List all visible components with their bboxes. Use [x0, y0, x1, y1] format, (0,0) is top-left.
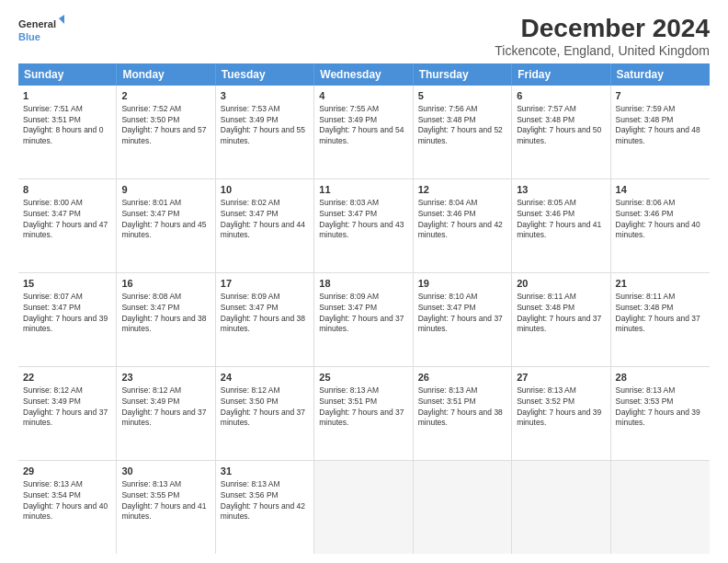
day-info: Sunrise: 8:12 AMSunset: 3:49 PMDaylight:… — [23, 385, 108, 427]
day-cell-31: 31 Sunrise: 8:13 AMSunset: 3:56 PMDaylig… — [216, 461, 314, 554]
day-info: Sunrise: 8:13 AMSunset: 3:52 PMDaylight:… — [517, 385, 601, 427]
empty-cell — [512, 461, 610, 554]
day-info: Sunrise: 8:11 AMSunset: 3:48 PMDaylight:… — [517, 292, 601, 333]
day-info: Sunrise: 8:09 AMSunset: 3:47 PMDaylight:… — [221, 292, 305, 333]
day-cell-19: 19 Sunrise: 8:10 AMSunset: 3:47 PMDaylig… — [414, 273, 512, 366]
logo: General Blue — [18, 15, 64, 48]
day-cell-2: 2 Sunrise: 7:52 AMSunset: 3:50 PMDayligh… — [117, 86, 215, 178]
day-cell-11: 11 Sunrise: 8:03 AMSunset: 3:47 PMDaylig… — [314, 179, 413, 272]
day-info: Sunrise: 8:04 AMSunset: 3:46 PMDaylight:… — [418, 198, 503, 239]
day-info: Sunrise: 7:53 AMSunset: 3:49 PMDaylight:… — [221, 104, 305, 145]
day-number: 10 — [221, 183, 309, 196]
day-cell-1: 1 Sunrise: 7:51 AMSunset: 3:51 PMDayligh… — [18, 86, 117, 178]
day-number: 9 — [121, 183, 210, 196]
day-info: Sunrise: 8:05 AMSunset: 3:46 PMDaylight:… — [517, 198, 601, 239]
day-cell-20: 20 Sunrise: 8:11 AMSunset: 3:48 PMDaylig… — [512, 273, 610, 366]
day-cell-8: 8 Sunrise: 8:00 AMSunset: 3:47 PMDayligh… — [18, 179, 117, 272]
day-number: 30 — [121, 465, 210, 477]
day-header-wednesday: Wednesday — [314, 63, 413, 86]
day-header-sunday: Sunday — [18, 63, 117, 86]
subtitle: Tickencote, England, United Kingdom — [495, 43, 710, 58]
day-number: 17 — [221, 277, 309, 290]
day-cell-22: 22 Sunrise: 8:12 AMSunset: 3:49 PMDaylig… — [18, 367, 117, 460]
day-cell-6: 6 Sunrise: 7:57 AMSunset: 3:48 PMDayligh… — [512, 86, 610, 178]
day-info: Sunrise: 8:13 AMSunset: 3:55 PMDaylight:… — [121, 479, 206, 521]
day-info: Sunrise: 8:02 AMSunset: 3:47 PMDaylight:… — [221, 198, 305, 239]
day-number: 26 — [418, 371, 506, 384]
page: General Blue December 2024 Tickencote, E… — [0, 0, 728, 563]
day-number: 28 — [616, 371, 705, 384]
day-number: 29 — [23, 465, 111, 477]
day-number: 6 — [517, 89, 605, 102]
day-info: Sunrise: 8:13 AMSunset: 3:56 PMDaylight:… — [221, 479, 305, 521]
day-info: Sunrise: 7:59 AMSunset: 3:48 PMDaylight:… — [616, 104, 700, 145]
day-info: Sunrise: 7:56 AMSunset: 3:48 PMDaylight:… — [418, 104, 503, 145]
day-cell-4: 4 Sunrise: 7:55 AMSunset: 3:49 PMDayligh… — [314, 86, 413, 178]
day-number: 23 — [121, 371, 210, 384]
day-cell-30: 30 Sunrise: 8:13 AMSunset: 3:55 PMDaylig… — [117, 461, 215, 554]
day-info: Sunrise: 7:55 AMSunset: 3:49 PMDaylight:… — [319, 104, 404, 145]
day-info: Sunrise: 8:06 AMSunset: 3:46 PMDaylight:… — [616, 198, 700, 239]
day-cell-21: 21 Sunrise: 8:11 AMSunset: 3:48 PMDaylig… — [611, 273, 710, 366]
empty-cell — [414, 461, 512, 554]
calendar-week-4: 22 Sunrise: 8:12 AMSunset: 3:49 PMDaylig… — [18, 367, 710, 461]
calendar-week-3: 15 Sunrise: 8:07 AMSunset: 3:47 PMDaylig… — [18, 273, 710, 367]
day-number: 27 — [517, 371, 605, 384]
empty-cell — [611, 461, 710, 554]
day-number: 5 — [418, 89, 506, 102]
day-number: 3 — [221, 89, 309, 102]
day-info: Sunrise: 8:13 AMSunset: 3:51 PMDaylight:… — [319, 385, 404, 427]
calendar-week-2: 8 Sunrise: 8:00 AMSunset: 3:47 PMDayligh… — [18, 179, 710, 273]
day-cell-13: 13 Sunrise: 8:05 AMSunset: 3:46 PMDaylig… — [512, 179, 610, 272]
day-info: Sunrise: 8:13 AMSunset: 3:51 PMDaylight:… — [418, 385, 503, 427]
calendar-week-1: 1 Sunrise: 7:51 AMSunset: 3:51 PMDayligh… — [18, 86, 710, 179]
day-number: 18 — [319, 277, 407, 290]
day-cell-9: 9 Sunrise: 8:01 AMSunset: 3:47 PMDayligh… — [117, 179, 215, 272]
day-header-monday: Monday — [117, 63, 215, 86]
day-number: 19 — [418, 277, 506, 290]
day-number: 12 — [418, 183, 506, 196]
day-header-saturday: Saturday — [611, 63, 710, 86]
day-number: 7 — [616, 89, 705, 102]
day-cell-15: 15 Sunrise: 8:07 AMSunset: 3:47 PMDaylig… — [18, 273, 117, 366]
calendar: SundayMondayTuesdayWednesdayThursdayFrid… — [18, 63, 710, 554]
day-info: Sunrise: 8:12 AMSunset: 3:50 PMDaylight:… — [221, 385, 305, 427]
day-info: Sunrise: 8:11 AMSunset: 3:48 PMDaylight:… — [616, 292, 700, 333]
day-info: Sunrise: 7:57 AMSunset: 3:48 PMDaylight:… — [517, 104, 601, 145]
day-cell-3: 3 Sunrise: 7:53 AMSunset: 3:49 PMDayligh… — [216, 86, 314, 178]
day-cell-7: 7 Sunrise: 7:59 AMSunset: 3:48 PMDayligh… — [611, 86, 710, 178]
day-number: 4 — [319, 89, 407, 102]
day-number: 16 — [121, 277, 210, 290]
svg-text:General: General — [18, 18, 56, 29]
logo-svg: General Blue — [18, 15, 64, 48]
day-number: 11 — [319, 183, 407, 196]
day-cell-26: 26 Sunrise: 8:13 AMSunset: 3:51 PMDaylig… — [414, 367, 512, 460]
day-cell-16: 16 Sunrise: 8:08 AMSunset: 3:47 PMDaylig… — [117, 273, 215, 366]
day-cell-18: 18 Sunrise: 8:09 AMSunset: 3:47 PMDaylig… — [314, 273, 413, 366]
day-info: Sunrise: 8:10 AMSunset: 3:47 PMDaylight:… — [418, 292, 503, 333]
day-cell-12: 12 Sunrise: 8:04 AMSunset: 3:46 PMDaylig… — [414, 179, 512, 272]
day-header-thursday: Thursday — [414, 63, 512, 86]
day-number: 31 — [221, 465, 309, 477]
title-block: December 2024 Tickencote, England, Unite… — [495, 15, 710, 58]
day-info: Sunrise: 7:52 AMSunset: 3:50 PMDaylight:… — [121, 104, 206, 145]
day-number: 15 — [23, 277, 111, 290]
day-header-friday: Friday — [512, 63, 610, 86]
day-cell-27: 27 Sunrise: 8:13 AMSunset: 3:52 PMDaylig… — [512, 367, 610, 460]
day-info: Sunrise: 7:51 AMSunset: 3:51 PMDaylight:… — [23, 104, 103, 145]
day-cell-28: 28 Sunrise: 8:13 AMSunset: 3:53 PMDaylig… — [611, 367, 710, 460]
day-number: 24 — [221, 371, 309, 384]
calendar-header: SundayMondayTuesdayWednesdayThursdayFrid… — [18, 63, 710, 86]
day-info: Sunrise: 8:07 AMSunset: 3:47 PMDaylight:… — [23, 292, 108, 333]
day-info: Sunrise: 8:13 AMSunset: 3:54 PMDaylight:… — [23, 479, 108, 521]
day-number: 8 — [23, 183, 111, 196]
day-info: Sunrise: 8:08 AMSunset: 3:47 PMDaylight:… — [121, 292, 206, 333]
day-number: 22 — [23, 371, 111, 384]
day-header-tuesday: Tuesday — [216, 63, 314, 86]
day-cell-29: 29 Sunrise: 8:13 AMSunset: 3:54 PMDaylig… — [18, 461, 117, 554]
day-cell-24: 24 Sunrise: 8:12 AMSunset: 3:50 PMDaylig… — [216, 367, 314, 460]
empty-cell — [314, 461, 413, 554]
main-title: December 2024 — [495, 15, 710, 43]
header: General Blue December 2024 Tickencote, E… — [18, 15, 710, 58]
day-info: Sunrise: 8:03 AMSunset: 3:47 PMDaylight:… — [319, 198, 404, 239]
